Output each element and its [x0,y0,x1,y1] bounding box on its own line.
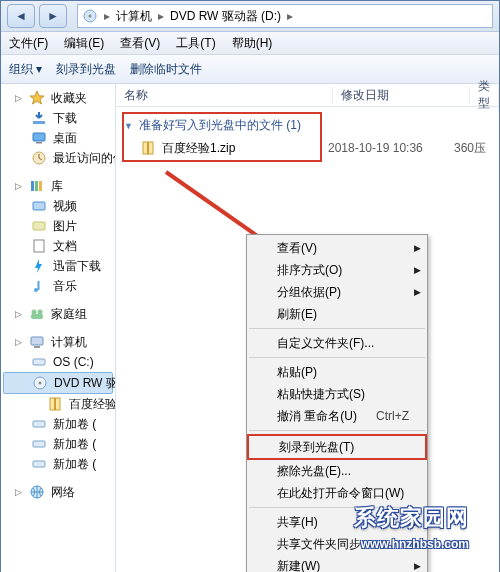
ctx-sort[interactable]: 排序方式(O) [247,259,427,281]
ctx-cmdhere[interactable]: 在此处打开命令窗口(W) [247,482,427,504]
group-header[interactable]: ▼ 准备好写入到光盘中的文件 (1) [124,117,491,134]
tree-library[interactable]: ▷ 库 [3,176,113,196]
tree-dvdrw[interactable]: DVD RW 驱动器 (D [3,372,113,394]
ctx-customize[interactable]: 自定义文件夹(F)... [247,332,427,354]
context-menu: 查看(V) 排序方式(O) 分组依据(P) 刷新(E) 自定义文件夹(F)...… [246,234,428,572]
desktop-icon [31,130,47,146]
tree-favorites[interactable]: ▷ 收藏夹 [3,88,113,108]
svg-rect-19 [34,346,40,348]
svg-rect-12 [34,240,44,252]
svg-rect-11 [33,222,45,230]
svg-rect-18 [31,337,43,345]
tree-label: 音乐 [53,278,77,295]
svg-marker-2 [30,91,44,104]
ctx-share[interactable]: 共享(H) [247,511,427,533]
tree-music[interactable]: 音乐 [3,276,113,296]
computer-icon [29,334,45,350]
svg-point-13 [34,288,38,292]
documents-icon [31,238,47,254]
menu-help[interactable]: 帮助(H) [232,35,273,52]
breadcrumb-dvdrw[interactable]: DVD RW 驱动器 (D:) [170,8,281,25]
svg-rect-20 [33,359,45,365]
tree-documents[interactable]: 文档 [3,236,113,256]
tree-label: 视频 [53,198,77,215]
ctx-refresh[interactable]: 刷新(E) [247,303,427,325]
file-row[interactable]: 百度经验1.zip 2018-10-19 10:36 360压 [116,138,499,158]
drive-icon [31,416,47,432]
menu-edit[interactable]: 编辑(E) [64,35,104,52]
tree-label: 新加卷 ( [53,416,96,433]
svg-rect-5 [36,142,42,144]
tree-label: 家庭组 [51,306,87,323]
svg-rect-17 [31,314,43,319]
cmd-burn[interactable]: 刻录到光盘 [56,61,116,78]
cmd-delete-tmp[interactable]: 删除临时文件 [130,61,202,78]
nav-back-button[interactable]: ◄ [7,4,35,28]
tree-network[interactable]: ▷ 网络 [3,482,113,502]
tree-desktop[interactable]: 桌面 [3,128,113,148]
drive-icon [82,8,98,24]
svg-point-16 [38,310,43,315]
svg-rect-3 [33,121,45,124]
tree-label: 计算机 [51,334,87,351]
tree-videos[interactable]: 视频 [3,196,113,216]
tree-newvol-2[interactable]: 新加卷 ( [3,434,113,454]
tree-homegroup[interactable]: ▷ 家庭组 [3,304,113,324]
ctx-view[interactable]: 查看(V) [247,237,427,259]
ctx-burn[interactable]: 刻录到光盘(T) [247,434,427,460]
cmd-organize[interactable]: 组织 ▾ [9,61,42,78]
tree-twisty-icon: ▷ [15,93,23,103]
drive-icon [31,354,47,370]
drive-icon [31,456,47,472]
column-type[interactable]: 类型 [470,78,499,112]
column-headers: 名称 修改日期 类型 [116,84,499,107]
tree-pictures[interactable]: 图片 [3,216,113,236]
tree-osdrive[interactable]: OS (C:) [3,352,113,372]
tree-twisty-icon: ▷ [15,181,23,191]
ctx-group[interactable]: 分组依据(P) [247,281,427,303]
svg-rect-4 [33,133,45,141]
xunlei-icon [31,258,47,274]
disc-icon [32,375,48,391]
recent-icon [31,150,47,166]
tree-downloads[interactable]: 下载 [3,108,113,128]
tree-xunlei[interactable]: 迅雷下载 [3,256,113,276]
star-icon [29,90,45,106]
ctx-sharesync[interactable]: 共享文件夹同步 [247,533,427,555]
ctx-paste[interactable]: 粘贴(P) [247,361,427,383]
tree-twisty-icon: ▷ [15,309,23,319]
ctx-erase[interactable]: 擦除光盘(E)... [247,460,427,482]
tree-label: DVD RW 驱动器 (D [54,375,116,392]
tree-label: 收藏夹 [51,90,87,107]
tree-newvol-3[interactable]: 新加卷 ( [3,454,113,474]
video-icon [31,198,47,214]
tree-label: 最近访问的位置 [53,150,116,167]
tree-newvol-1[interactable]: 新加卷 ( [3,414,113,434]
ctx-new[interactable]: 新建(W) [247,555,427,572]
tree-label: 迅雷下载 [53,258,101,275]
menu-tools[interactable]: 工具(T) [176,35,215,52]
address-bar[interactable]: ▸ 计算机 ▸ DVD RW 驱动器 (D:) ▸ [77,4,493,28]
menu-file[interactable]: 文件(F) [9,35,48,52]
breadcrumb-sep: ▸ [104,9,110,23]
download-icon [31,110,47,126]
breadcrumb-sep: ▸ [287,9,293,23]
group-header-label: 准备好写入到光盘中的文件 (1) [139,117,301,134]
menu-view[interactable]: 查看(V) [120,35,160,52]
tree-label: 文档 [53,238,77,255]
ctx-undo[interactable]: 撤消 重命名(U)Ctrl+Z [247,405,427,427]
tree-computer[interactable]: ▷ 计算机 [3,332,113,352]
tree-bdexp-file[interactable]: 百度经验1.zip [3,394,113,414]
ctx-paste-shortcut[interactable]: 粘贴快捷方式(S) [247,383,427,405]
svg-point-15 [32,310,37,315]
nav-forward-button[interactable]: ► [39,4,67,28]
tree-label: 下载 [53,110,77,127]
music-icon [31,278,47,294]
breadcrumb-computer[interactable]: 计算机 [116,8,152,25]
tree-label: OS (C:) [53,355,94,369]
svg-point-22 [39,382,42,385]
column-date[interactable]: 修改日期 [333,87,470,104]
zip-icon [47,396,63,412]
column-name[interactable]: 名称 [116,87,333,104]
tree-recent[interactable]: 最近访问的位置 [3,148,113,168]
